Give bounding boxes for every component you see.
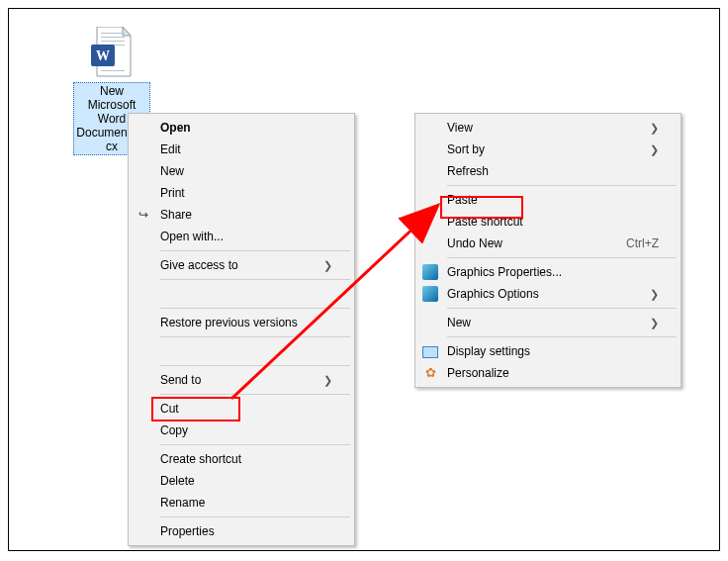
svg-text:W: W bbox=[96, 48, 110, 63]
menu-item-label: Undo New bbox=[447, 233, 502, 254]
menu-separator bbox=[447, 308, 677, 309]
menu-item-label: View bbox=[447, 117, 473, 139]
menu-item-label: Share bbox=[160, 204, 192, 226]
menu-item-label: Cut bbox=[160, 398, 179, 420]
menu-item-graphics-options[interactable]: Graphics Options❯ bbox=[417, 283, 679, 305]
menu-separator bbox=[160, 336, 350, 337]
menu-shortcut: Ctrl+Z bbox=[626, 233, 659, 254]
chevron-right-icon: ❯ bbox=[650, 283, 659, 305]
menu-item-label: Personalize bbox=[447, 362, 509, 384]
menu-item-label: Graphics Options bbox=[447, 283, 539, 305]
menu-item-undo-new[interactable]: Undo NewCtrl+Z bbox=[417, 233, 679, 254]
intel-icon bbox=[422, 264, 438, 280]
menu-item-open-with[interactable]: Open with... bbox=[131, 226, 352, 247]
menu-item-label: Paste shortcut bbox=[447, 211, 523, 233]
menu-item-properties[interactable]: Properties bbox=[131, 520, 352, 542]
menu-item-new[interactable]: New❯ bbox=[417, 312, 679, 333]
intel-icon bbox=[422, 286, 438, 302]
menu-separator bbox=[447, 336, 677, 337]
menu-item-cut[interactable]: Cut bbox=[131, 398, 352, 420]
document-svg: W bbox=[91, 27, 133, 78]
menu-item-open[interactable]: Open bbox=[131, 117, 352, 139]
menu-item-label: Edit bbox=[160, 139, 181, 160]
menu-item-restore-previous-versions[interactable]: Restore previous versions bbox=[131, 312, 352, 333]
chevron-right-icon: ❯ bbox=[650, 312, 659, 333]
menu-separator bbox=[447, 185, 677, 186]
menu-item-personalize[interactable]: ✿Personalize bbox=[417, 362, 679, 384]
menu-separator bbox=[160, 279, 350, 280]
menu-item-label: New bbox=[447, 312, 471, 333]
share-icon: ↪ bbox=[136, 207, 151, 223]
svg-rect-0 bbox=[101, 33, 125, 34]
menu-item-send-to[interactable]: Send to❯ bbox=[131, 369, 352, 391]
menu-item-label: New bbox=[160, 160, 184, 182]
chevron-right-icon: ❯ bbox=[650, 117, 659, 139]
svg-rect-1 bbox=[101, 37, 125, 38]
menu-item-delete[interactable]: Delete bbox=[131, 470, 352, 492]
desktop-context-menu: View❯Sort by❯RefreshPastePaste shortcutU… bbox=[414, 113, 682, 388]
menu-separator bbox=[160, 250, 350, 251]
menu-item-label: Restore previous versions bbox=[160, 312, 298, 333]
monitor-icon bbox=[422, 343, 438, 359]
menu-item-label: Give access to bbox=[160, 254, 238, 276]
svg-rect-6 bbox=[101, 70, 125, 71]
menu-item-label: Refresh bbox=[447, 160, 489, 182]
menu-blank-item bbox=[131, 340, 352, 362]
menu-item-label: Copy bbox=[160, 420, 188, 441]
menu-separator bbox=[160, 308, 350, 309]
chevron-right-icon: ❯ bbox=[323, 369, 332, 391]
menu-item-label: Send to bbox=[160, 369, 201, 391]
menu-item-label: Open with... bbox=[160, 226, 224, 247]
menu-item-edit[interactable]: Edit bbox=[131, 139, 352, 160]
menu-item-refresh[interactable]: Refresh bbox=[417, 160, 679, 182]
menu-item-label: Print bbox=[160, 182, 185, 204]
menu-separator bbox=[160, 444, 350, 445]
menu-item-label: Display settings bbox=[447, 340, 530, 362]
menu-separator bbox=[447, 257, 677, 258]
menu-separator bbox=[160, 394, 350, 395]
menu-item-print[interactable]: Print bbox=[131, 182, 352, 204]
menu-item-label: Properties bbox=[160, 520, 215, 542]
menu-item-label: Rename bbox=[160, 492, 205, 514]
menu-item-graphics-properties[interactable]: Graphics Properties... bbox=[417, 261, 679, 283]
menu-item-view[interactable]: View❯ bbox=[417, 117, 679, 139]
personalize-icon: ✿ bbox=[422, 365, 438, 381]
menu-separator bbox=[160, 516, 350, 517]
chevron-right-icon: ❯ bbox=[323, 254, 332, 276]
menu-item-new[interactable]: New bbox=[131, 160, 352, 182]
menu-item-copy[interactable]: Copy bbox=[131, 420, 352, 441]
file-context-menu: OpenEditNewPrint↪ShareOpen with...Give a… bbox=[128, 113, 355, 546]
menu-item-label: Delete bbox=[160, 470, 195, 492]
menu-item-paste-shortcut[interactable]: Paste shortcut bbox=[417, 211, 679, 233]
menu-item-label: Sort by bbox=[447, 139, 485, 160]
chevron-right-icon: ❯ bbox=[650, 139, 659, 160]
menu-item-give-access-to[interactable]: Give access to❯ bbox=[131, 254, 352, 276]
menu-item-label: Paste bbox=[447, 189, 478, 211]
desktop-canvas: W New Microsoft Word Document.docx OpenE… bbox=[8, 8, 720, 551]
svg-rect-2 bbox=[101, 41, 125, 42]
menu-item-sort-by[interactable]: Sort by❯ bbox=[417, 139, 679, 160]
menu-item-share[interactable]: ↪Share bbox=[131, 204, 352, 226]
menu-item-rename[interactable]: Rename bbox=[131, 492, 352, 514]
menu-item-label: Graphics Properties... bbox=[447, 261, 562, 283]
menu-separator bbox=[160, 365, 350, 366]
menu-item-paste[interactable]: Paste bbox=[417, 189, 679, 211]
menu-item-display-settings[interactable]: Display settings bbox=[417, 340, 679, 362]
menu-item-label: Open bbox=[160, 117, 191, 139]
word-document-icon: W bbox=[91, 27, 133, 78]
menu-item-label: Create shortcut bbox=[160, 448, 241, 470]
menu-item-create-shortcut[interactable]: Create shortcut bbox=[131, 448, 352, 470]
menu-blank-item bbox=[131, 283, 352, 305]
